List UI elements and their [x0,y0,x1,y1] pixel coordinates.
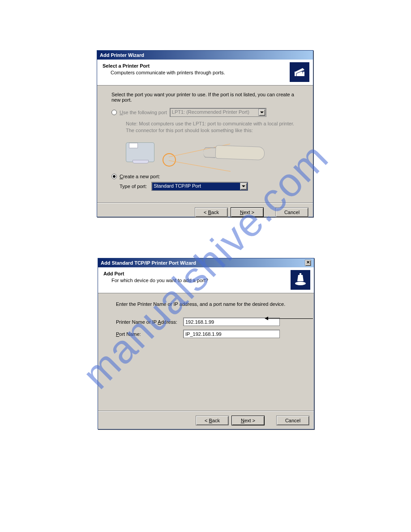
svg-rect-4 [300,273,301,276]
titlebar[interactable]: Add Standard TCP/IP Printer Port Wizard … [98,258,314,267]
dialog-header: Add Port For which device do you want to… [98,267,314,293]
port-illustration [126,138,265,170]
port-header-icon [291,270,310,290]
port-note: Note: Most computers use the LPT1: port … [126,120,299,134]
dropdown-arrow-icon[interactable] [240,183,247,190]
radio-create-new-port-row: Create a new port: [111,174,299,179]
type-of-port-label: Type of port: [120,184,147,189]
instruction-text: Enter the Printer Name or IP address, an… [116,301,296,307]
connector-icon [215,145,265,160]
dialog-header: Select a Printer Port Computers communic… [97,60,313,86]
type-of-port-row: Type of port: Standard TCP/IP Port [120,182,299,191]
titlebar-text: Add Standard TCP/IP Printer Port Wizard [101,260,196,266]
use-port-combo: LPT1: (Recommended Printer Port) [170,108,266,117]
port-name-label: Port Name: [116,331,183,337]
dialog-body: Select the port you want your printer to… [97,86,313,195]
use-port-combo-text: LPT1: (Recommended Printer Port) [172,109,249,115]
port-name-input[interactable] [183,330,280,338]
button-row: < Back Next > Cancel [97,203,313,222]
header-subtitle: For which device do you want to add a po… [103,276,308,283]
titlebar-text: Add Printer Wizard [100,52,144,58]
button-row: < Back Next > Cancel [98,411,314,430]
header-title: Select a Printer Port [103,63,308,69]
port-name-row: Port Name: [116,330,296,338]
next-button[interactable]: Next > [231,416,265,425]
type-of-port-combo-text: Standard TCP/IP Port [154,183,201,189]
back-button[interactable]: < Back [195,207,228,217]
header-title: Add Port [103,271,308,276]
back-button[interactable]: < Back [196,416,229,425]
titlebar[interactable]: Add Printer Wizard [97,51,313,60]
add-tcpip-port-wizard-dialog: Add Standard TCP/IP Printer Port Wizard … [98,258,314,429]
header-subtitle: Computers communicate with printers thro… [103,69,308,75]
create-new-port-radio[interactable] [111,174,117,179]
highlight-circle-icon [163,153,176,167]
annotation-arrow-icon [268,318,313,319]
cancel-button[interactable]: Cancel [276,416,309,425]
add-printer-wizard-dialog: Add Printer Wizard Select a Printer Port… [97,50,313,217]
cancel-button[interactable]: Cancel [275,207,308,217]
close-button[interactable]: ✕ [305,260,311,266]
svg-point-2 [295,282,306,285]
use-following-port-radio[interactable] [111,110,117,115]
radio-use-following-port-row: Use the following port LPT1: (Recommende… [111,108,299,117]
ip-address-label: Printer Name or IP Address: [116,319,183,325]
create-new-port-label: Create a new port: [120,174,160,179]
dropdown-arrow-icon [258,109,265,116]
note-line-1: Note: Most computers use the LPT1: port … [126,120,299,127]
svg-marker-3 [297,275,304,281]
type-of-port-combo[interactable]: Standard TCP/IP Port [151,182,248,191]
note-line-2: The connector for this port should look … [126,127,299,134]
printer-header-icon [290,62,309,82]
printer-icon [126,142,154,162]
next-button[interactable]: Next > [231,207,264,217]
dialog-body: Enter the Printer Name or IP address, an… [98,293,314,403]
instruction-text: Select the port you want your printer to… [111,92,299,103]
use-following-port-label: Use the following port [120,110,167,115]
